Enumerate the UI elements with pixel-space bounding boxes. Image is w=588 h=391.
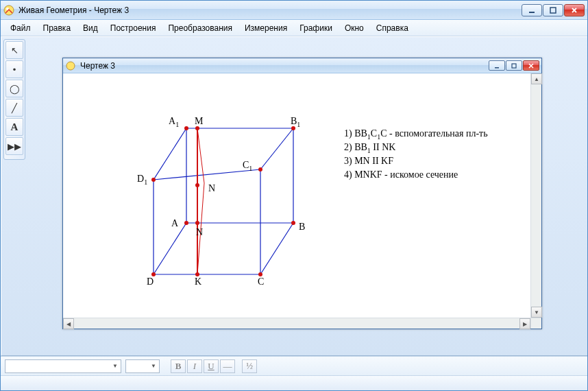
svg-point-42	[195, 221, 199, 225]
child-client: A1MB1C1D1NANBDKC 1) BB1С1С - вспомогател…	[63, 73, 541, 329]
child-icon	[65, 60, 76, 71]
svg-marker-27	[197, 128, 204, 274]
svg-text:A1: A1	[169, 116, 179, 128]
svg-text:D: D	[147, 276, 154, 287]
segment-tool[interactable]: ╱	[5, 99, 23, 117]
menu-справка[interactable]: Справка	[371, 21, 414, 35]
svg-text:K: K	[195, 276, 201, 287]
child-window-controls	[489, 60, 539, 71]
minimize-button[interactable]	[522, 4, 542, 16]
scroll-left-button[interactable]: ◀	[63, 318, 74, 329]
format-underline-button[interactable]: U	[204, 359, 219, 373]
format-toolbar: ▼ ▼ BIU—½	[1, 356, 587, 375]
svg-text:C: C	[258, 276, 264, 287]
menu-файл[interactable]: Файл	[5, 21, 36, 35]
point-tool[interactable]: •	[5, 60, 23, 78]
scroll-corner	[530, 318, 541, 329]
svg-line-16	[154, 169, 260, 180]
svg-rect-6	[512, 64, 516, 68]
construction-note: 2) BB1 II NK	[344, 142, 395, 154]
format-bold-button[interactable]: B	[171, 359, 186, 373]
compass-tool[interactable]: ◯	[5, 80, 23, 97]
vertical-scrollbar[interactable]: ▲ ▼	[530, 73, 541, 318]
drawing-canvas[interactable]: A1MB1C1D1NANBDKC 1) BB1С1С - вспомогател…	[63, 73, 541, 329]
svg-rect-3	[550, 8, 556, 13]
app-title: Живая Геометрия - Чертеж 3	[19, 5, 522, 15]
menu-графики[interactable]: Графики	[294, 21, 338, 35]
svg-point-38	[195, 183, 199, 187]
child-close-button[interactable]	[523, 60, 539, 71]
window-controls	[522, 4, 585, 16]
svg-rect-5	[495, 67, 499, 69]
app-window: Живая Геометрия - Чертеж 3 ФайлПравкаВид…	[0, 0, 588, 391]
child-minimize-button[interactable]	[489, 60, 505, 71]
svg-point-30	[195, 126, 199, 130]
svg-point-34	[258, 167, 262, 171]
child-title-bar: Чертеж 3	[63, 58, 541, 73]
menu-bar: ФайлПравкаВидПостроенияПреобразованияИзм…	[1, 20, 587, 36]
horizontal-scrollbar[interactable]: ◀ ▶	[63, 318, 530, 329]
svg-text:A: A	[171, 218, 179, 228]
svg-line-12	[154, 128, 186, 180]
child-title: Чертеж 3	[80, 61, 489, 71]
svg-text:N: N	[208, 183, 215, 193]
format-italic-button[interactable]: I	[187, 359, 202, 373]
svg-line-9	[260, 223, 293, 274]
svg-rect-2	[529, 12, 535, 13]
svg-text:B1: B1	[291, 116, 300, 128]
custom-tool[interactable]: ▶▶	[5, 137, 23, 155]
title-bar: Живая Геометрия - Чертеж 3	[1, 1, 587, 20]
arrow-tool[interactable]: ↖	[5, 41, 23, 59]
menu-преобразования[interactable]: Преобразования	[162, 21, 238, 35]
child-maximize-button[interactable]	[506, 60, 522, 71]
mdi-area: Чертеж 3 A1MB1C1D1NANBDKC 1) BB1С1С - вс…	[28, 39, 585, 353]
scroll-down-button[interactable]: ▼	[531, 307, 542, 318]
child-window: Чертеж 3 A1MB1C1D1NANBDKC 1) BB1С1С - вс…	[62, 58, 542, 329]
tool-panel: ↖•◯╱A▶▶	[3, 39, 25, 160]
menu-измерения[interactable]: Измерения	[239, 21, 293, 35]
svg-point-4	[66, 62, 75, 70]
svg-line-15	[154, 223, 186, 274]
svg-text:N: N	[196, 227, 203, 237]
format-math-button[interactable]: ½	[242, 359, 257, 373]
close-button[interactable]	[564, 4, 585, 16]
font-family-select[interactable]: ▼	[5, 359, 121, 373]
work-area: ↖•◯╱A▶▶ Чертеж 3 A1MB1C1D1NANBDK	[1, 36, 587, 356]
svg-point-36	[151, 178, 156, 182]
menu-вид[interactable]: Вид	[77, 21, 103, 35]
svg-text:B: B	[299, 222, 305, 232]
app-icon	[3, 5, 14, 16]
font-size-select[interactable]: ▼	[125, 359, 160, 373]
maximize-button[interactable]	[543, 4, 563, 16]
svg-text:D1: D1	[137, 174, 147, 186]
menu-правка[interactable]: Правка	[38, 21, 77, 35]
svg-point-28	[184, 126, 188, 130]
menu-окно[interactable]: Окно	[339, 21, 369, 35]
construction-note: 1) BB1С1С - вспомогательная пл-ть	[344, 128, 488, 141]
construction-note: 3) MN II KF	[344, 156, 393, 167]
svg-text:M: M	[195, 116, 204, 126]
menu-построения[interactable]: Построения	[105, 21, 162, 35]
svg-point-44	[291, 221, 295, 225]
svg-line-18	[260, 128, 293, 169]
format-strike-button[interactable]: —	[220, 359, 235, 373]
construction-note: 4) MNKF - искомое сечение	[344, 169, 458, 180]
status-bar	[1, 375, 587, 390]
svg-point-32	[291, 126, 295, 130]
scroll-right-button[interactable]: ▶	[519, 318, 530, 329]
text-tool[interactable]: A	[5, 118, 23, 136]
scroll-up-button[interactable]: ▲	[531, 73, 542, 84]
svg-point-40	[184, 221, 188, 225]
